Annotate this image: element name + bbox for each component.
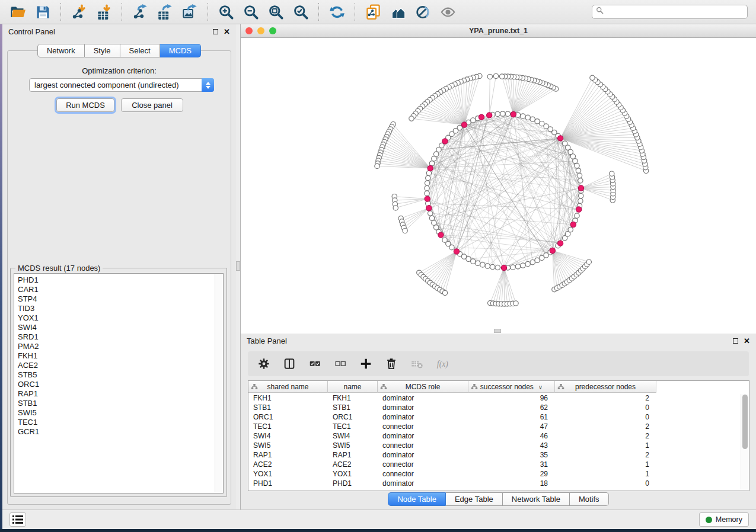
graph-node[interactable] (575, 213, 579, 218)
export-table-button[interactable] (155, 3, 174, 21)
graph-node[interactable] (610, 171, 614, 176)
result-node[interactable]: STB1 (18, 399, 211, 408)
table-row[interactable]: ORC1ORC1dominator610 (248, 412, 656, 422)
column-header-shared-name[interactable]: shared name (248, 381, 328, 393)
combo-stepper-icon[interactable] (202, 78, 214, 92)
graph-node[interactable] (466, 257, 471, 261)
graph-node[interactable] (576, 207, 582, 212)
vertical-splitter[interactable] (236, 24, 241, 509)
graph-node[interactable] (449, 245, 454, 249)
graph-node[interactable] (476, 261, 480, 265)
result-node[interactable]: TID3 (18, 304, 211, 313)
import-network-button[interactable] (69, 3, 88, 21)
graph-node[interactable] (511, 265, 515, 270)
result-node[interactable]: ACE2 (18, 361, 211, 370)
save-session-button[interactable] (33, 3, 52, 21)
tab-node-table[interactable]: Node Table (388, 492, 446, 506)
graph-node[interactable] (471, 118, 476, 123)
close-table-panel-icon[interactable]: ✕ (744, 338, 750, 344)
column-header-predecessor-nodes[interactable]: predecessor nodes (555, 381, 656, 393)
graph-node[interactable] (433, 152, 438, 156)
graph-node[interactable] (428, 211, 433, 216)
table-row[interactable]: PHD1PHD1dominator180 (248, 479, 656, 488)
close-panel-button[interactable]: Close panel (121, 98, 183, 112)
graph-node[interactable] (493, 73, 498, 78)
graph-node[interactable] (432, 156, 436, 161)
network-from-document-button[interactable] (363, 3, 382, 21)
graph-node[interactable] (578, 185, 583, 191)
import-table-button[interactable] (94, 3, 113, 21)
optimization-criterion-select[interactable]: largest connected component (undirected) (29, 78, 214, 92)
settings-gear-button[interactable] (256, 356, 272, 371)
zoom-fit-button[interactable] (266, 3, 285, 21)
graph-node[interactable] (375, 164, 379, 168)
table-row[interactable]: FKH1FKH1dominator962 (248, 393, 656, 403)
graph-node[interactable] (495, 265, 500, 270)
graph-node[interactable] (454, 249, 459, 254)
graph-node[interactable] (393, 206, 398, 210)
home-button[interactable] (388, 3, 407, 21)
float-panel-icon[interactable] (213, 29, 218, 34)
task-history-button[interactable] (9, 512, 26, 527)
mcds-result-list[interactable]: PHD1CAR1STP4TID3YOX1SWI4SRD1PMA2FKH1ACE2… (14, 273, 224, 493)
zoom-in-button[interactable] (216, 3, 235, 21)
graph-node[interactable] (577, 173, 582, 178)
close-panel-icon[interactable]: ✕ (224, 29, 230, 34)
graph-node[interactable] (429, 161, 434, 166)
graph-node[interactable] (511, 111, 516, 117)
graph-node[interactable] (568, 227, 573, 232)
graph-node[interactable] (515, 264, 520, 269)
result-node[interactable]: FKH1 (18, 351, 211, 361)
graph-node[interactable] (557, 241, 563, 246)
graph-node[interactable] (425, 191, 429, 196)
graph-node[interactable] (495, 111, 500, 116)
horizontal-splitter-grip[interactable] (494, 329, 501, 333)
deselect-all-button[interactable] (333, 356, 348, 371)
graph-node[interactable] (461, 122, 467, 127)
memory-button[interactable]: Memory (699, 512, 749, 527)
graph-node[interactable] (521, 114, 525, 118)
table-row[interactable]: STB1STB1dominator620 (248, 403, 656, 412)
result-node[interactable]: PHD1 (18, 275, 211, 285)
graph-node[interactable] (578, 198, 583, 203)
graph-node[interactable] (590, 75, 595, 80)
open-file-button[interactable] (8, 3, 27, 21)
search-input[interactable] (607, 8, 744, 16)
graph-node[interactable] (425, 186, 429, 191)
tab-motifs[interactable]: Motifs (570, 492, 609, 506)
table-scrollbar[interactable] (741, 394, 748, 489)
graph-node[interactable] (525, 115, 530, 120)
search-field[interactable] (592, 5, 748, 19)
graph-node[interactable] (530, 260, 535, 265)
tab-network-table[interactable]: Network Table (503, 492, 570, 506)
table-row[interactable]: SWI4SWI4dominator462 (248, 431, 656, 441)
result-node[interactable]: CAR1 (18, 285, 211, 294)
graph-node[interactable] (480, 262, 485, 267)
node-table[interactable]: shared namenameMCDS rolesuccessor nodes∨… (248, 380, 749, 491)
graph-node[interactable] (579, 193, 583, 198)
float-table-panel-icon[interactable] (733, 338, 738, 344)
table-row[interactable]: SWI5SWI5connector431 (248, 441, 656, 450)
graph-node[interactable] (479, 114, 484, 120)
graph-node[interactable] (586, 259, 591, 264)
graph-node[interactable] (471, 259, 476, 264)
graph-node[interactable] (570, 222, 576, 227)
graph-node[interactable] (505, 111, 510, 116)
tab-edge-table[interactable]: Edge Table (446, 492, 503, 506)
graph-node[interactable] (573, 159, 578, 164)
graph-node[interactable] (575, 164, 579, 168)
export-image-button[interactable] (180, 3, 199, 21)
column-header-successor-nodes[interactable]: successor nodes∨ (468, 381, 555, 393)
result-node[interactable]: GCR1 (18, 427, 211, 437)
splitter-grip[interactable] (236, 261, 240, 271)
graph-node[interactable] (438, 232, 444, 238)
graph-node[interactable] (425, 196, 430, 201)
graph-node[interactable] (409, 116, 414, 121)
network-window-titlebar[interactable]: YPA_prune.txt_1 (241, 24, 756, 38)
table-scrollbar-thumb[interactable] (742, 395, 748, 449)
graph-node[interactable] (525, 261, 530, 266)
result-node[interactable]: RAP1 (18, 389, 211, 399)
graph-node[interactable] (557, 136, 563, 141)
graph-node[interactable] (513, 301, 518, 306)
graph-node[interactable] (499, 74, 504, 79)
